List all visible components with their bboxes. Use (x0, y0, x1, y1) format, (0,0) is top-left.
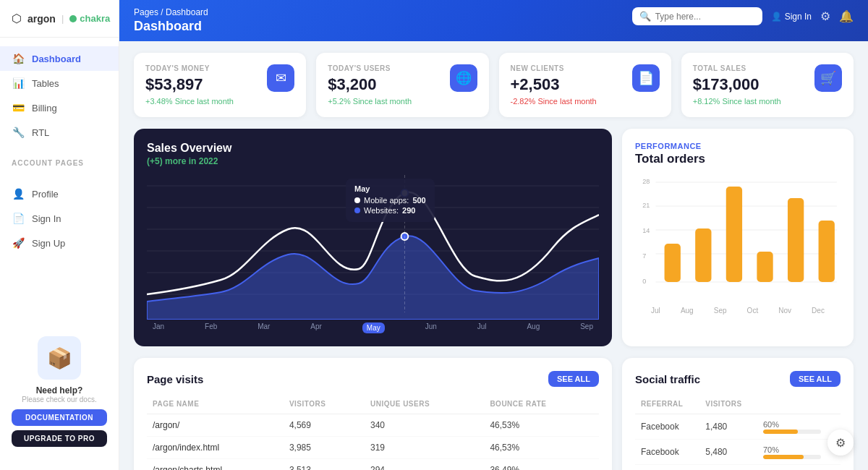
visitor-count: 5,480 (699, 440, 757, 465)
svg-rect-24 (819, 221, 835, 282)
col-page-name: PAGE NAME (147, 397, 284, 414)
sidebar-item-label: Sign In (32, 213, 61, 224)
sidebar-item-signin[interactable]: 📄 Sign In (0, 206, 119, 231)
col-unique-users: UNIQUE USERS (365, 397, 484, 414)
documentation-button[interactable]: DOCUMENTATION (12, 409, 107, 426)
bottom-row: Page visits SEE ALL PAGE NAME VISITORS U… (134, 358, 854, 470)
stat-label: TODAY'S MONEY (145, 64, 234, 72)
social-traffic-see-all-button[interactable]: SEE ALL (790, 371, 841, 387)
stat-info: TODAY'S MONEY $53,897 +3.48% Since last … (145, 64, 234, 106)
rtl-icon: 🔧 (12, 126, 25, 139)
stat-icon: 🛒 (814, 64, 842, 92)
sidebar-item-label: RTL (32, 127, 49, 138)
svg-rect-19 (665, 244, 681, 282)
signin-icon: 📄 (12, 212, 25, 225)
svg-text:21: 21 (642, 202, 650, 209)
help-icon: 📦 (38, 336, 81, 380)
stat-label: TOTAL SALES (693, 64, 781, 72)
bounce-rate: 36,49% (484, 459, 599, 471)
topbar-right: 🔍 👤 Sign In ⚙ 🔔 (632, 7, 854, 25)
stat-icon: ✉ (267, 64, 294, 92)
progress-bar-fill (763, 430, 798, 434)
charts-row: Sales Overview (+5) more in 2022 (134, 129, 854, 346)
bar-x-labels: Jul Aug Sep Oct Nov Dec (635, 307, 841, 315)
unique-users: 340 (365, 414, 484, 437)
page-visits-card: Page visits SEE ALL PAGE NAME VISITORS U… (134, 358, 612, 470)
sidebar-item-billing[interactable]: 💳 Billing (0, 95, 119, 120)
social-traffic-title: Social traffic (635, 373, 700, 385)
settings-icon[interactable]: ⚙ (820, 9, 830, 23)
social-traffic-card: Social traffic SEE ALL REFERRAL VISITORS (622, 358, 854, 470)
stat-label: TODAY'S USERS (328, 64, 412, 72)
help-subtitle: Please check our docs. (12, 396, 107, 403)
search-icon: 🔍 (639, 11, 651, 22)
user-icon: 👤 (771, 12, 782, 22)
stat-card-1: TODAY'S USERS $3,200 +5.2% Since last mo… (316, 53, 488, 117)
referral-name: Facebook (635, 414, 699, 440)
account-nav: 👤 Profile 📄 Sign In 🚀 Sign Up (0, 173, 119, 264)
search-box[interactable]: 🔍 (632, 7, 762, 25)
sidebar-item-profile[interactable]: 👤 Profile (0, 181, 119, 206)
topbar-actions: 👤 Sign In ⚙ 🔔 (771, 9, 854, 23)
stat-value: +2,503 (511, 75, 597, 94)
chakra-dot-icon (69, 15, 77, 22)
stat-info: NEW CLIENTS +2,503 -2.82% Since last mon… (511, 64, 597, 106)
progress-bar-fill (763, 455, 804, 459)
svg-rect-23 (788, 198, 804, 282)
logo-separator: | (61, 13, 64, 24)
page-name: /argon/ (147, 414, 284, 437)
sidebar: ⬡ argon | chakra 🏠 Dashboard 📊 Tables 💳 … (0, 0, 119, 470)
referral-name: Google (635, 465, 699, 471)
page-visits-title: Page visits (147, 373, 203, 385)
col-referral: REFERRAL (635, 397, 699, 414)
performance-label: PERFORMANCE (635, 142, 841, 150)
col-visitors: VISITORS (699, 397, 757, 414)
stat-change: -2.82% Since last month (511, 97, 597, 106)
table-row: /argon/ 4,569 340 46,53% (147, 414, 599, 437)
progress-bar-wrap (763, 430, 821, 434)
topbar: Pages / Dashboard Dashboard 🔍 👤 Sign In … (119, 0, 868, 41)
bounce-rate: 46,53% (484, 437, 599, 459)
sidebar-item-rtl[interactable]: 🔧 RTL (0, 120, 119, 145)
signin-button[interactable]: 👤 Sign In (771, 12, 812, 22)
settings-fab-button[interactable]: ⚙ (827, 430, 854, 456)
sidebar-item-label: Dashboard (32, 54, 81, 64)
page-visits-see-all-button[interactable]: SEE ALL (548, 371, 599, 387)
main-nav: 🏠 Dashboard 📊 Tables 💳 Billing 🔧 RTL (0, 38, 119, 153)
stat-change: +8.12% Since last month (693, 97, 781, 106)
visitors: 3,513 (284, 459, 365, 471)
logo-argon-text: argon (27, 13, 56, 25)
bounce-rate: 46,53% (484, 414, 599, 437)
tables-icon: 📊 (12, 77, 25, 90)
sales-chart: May Mobile apps: 500 Websites: 290 (147, 175, 599, 320)
signup-icon: 🚀 (12, 236, 25, 249)
sidebar-item-label: Billing (32, 103, 57, 114)
profile-icon: 👤 (12, 187, 25, 200)
page-visits-tbody: /argon/ 4,569 340 46,53% /argon/index.ht… (147, 414, 599, 471)
sidebar-help: 📦 Need help? Please check our docs. DOCU… (0, 325, 119, 458)
col-bounce-rate: BOUNCE RATE (484, 397, 599, 414)
upgrade-button[interactable]: UPGRADE TO PRO (12, 430, 107, 447)
stat-change: +3.48% Since last month (145, 97, 234, 106)
sidebar-item-label: Sign Up (32, 238, 65, 249)
sidebar-item-signup[interactable]: 🚀 Sign Up (0, 231, 119, 255)
stat-label: NEW CLIENTS (511, 64, 597, 72)
performance-card: PERFORMANCE Total orders 28 21 14 7 0 (622, 129, 854, 346)
stats-row: TODAY'S MONEY $53,897 +3.48% Since last … (134, 53, 854, 117)
sidebar-item-label: Profile (32, 189, 59, 200)
page-name: /argon/index.html (147, 437, 284, 459)
account-section-label: ACCOUNT PAGES (0, 153, 119, 173)
sidebar-item-tables[interactable]: 📊 Tables (0, 71, 119, 95)
bar-chart: 28 21 14 7 0 (635, 175, 841, 305)
content-area: TODAY'S MONEY $53,897 +3.48% Since last … (119, 41, 868, 470)
sales-overview-card: Sales Overview (+5) more in 2022 (134, 129, 612, 346)
list-item: Google 4,807 80% (635, 465, 841, 471)
help-title: Need help? (12, 385, 107, 396)
sales-title: Sales Overview (147, 142, 599, 155)
sidebar-item-dashboard[interactable]: 🏠 Dashboard (0, 46, 119, 71)
search-input[interactable] (655, 12, 755, 22)
bell-icon[interactable]: 🔔 (839, 9, 854, 23)
logo-chakra-text: chakra (69, 13, 110, 24)
progress-cell: 80% (757, 465, 841, 471)
svg-rect-22 (757, 252, 773, 282)
